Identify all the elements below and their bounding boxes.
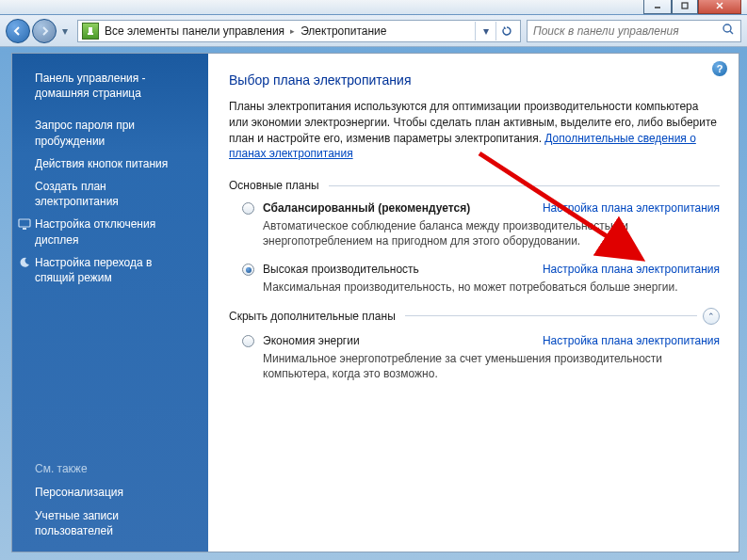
plan-high-performance: Высокая производительность Настройка пла… (263, 263, 720, 295)
plan-name: Высокая производительность (263, 263, 419, 276)
monitor-icon (18, 217, 31, 231)
maximize-button[interactable] (672, 0, 698, 14)
content: ? Выбор плана электропитания Планы элект… (208, 54, 739, 552)
sidebar-bottom: См. также Персонализация Учетные записи … (12, 458, 208, 542)
plan-settings-link[interactable]: Настройка плана электропитания (543, 263, 720, 276)
plan-desc: Автоматическое соблюдение баланса между … (263, 218, 706, 248)
window-controls (643, 0, 741, 14)
plan-radio[interactable] (242, 264, 254, 276)
plan-name: Сбалансированный (рекомендуется) (263, 201, 470, 215)
moon-icon (18, 256, 31, 269)
page-title: Выбор плана электропитания (229, 72, 720, 88)
search-icon (722, 23, 735, 39)
sidebar-link[interactable]: Действия кнопок питания (12, 152, 208, 175)
navbar: ▾ Все элементы панели управления ▸ Элект… (0, 15, 747, 47)
sidebar-link[interactable]: Запрос пароля при пробуждении (12, 114, 208, 152)
page-description: Планы электропитания используются для оп… (229, 99, 720, 162)
plan-settings-link[interactable]: Настройка плана электропитания (543, 201, 720, 215)
history-dropdown[interactable]: ▾ (58, 19, 72, 43)
svg-point-6 (723, 24, 731, 32)
svg-rect-5 (88, 33, 93, 35)
breadcrumb-item[interactable]: Все элементы панели управления (105, 24, 284, 38)
address-bar[interactable]: Все элементы панели управления ▸ Электро… (77, 20, 521, 42)
sidebar-bottom-link[interactable]: Учетные записи пользователей (35, 504, 208, 542)
nav-arrows: ▾ (6, 19, 72, 43)
plan-name: Экономия энергии (263, 334, 360, 347)
power-icon (82, 23, 99, 40)
chevron-right-icon: ▸ (290, 26, 295, 36)
minimize-button[interactable] (643, 0, 672, 14)
svg-rect-4 (89, 27, 92, 33)
sidebar-home-link[interactable]: Панель управления - домашняя страница (12, 67, 208, 114)
help-icon[interactable]: ? (712, 61, 727, 76)
collapse-button[interactable]: ⌃ (703, 308, 720, 325)
svg-line-7 (730, 31, 733, 34)
sidebar-link[interactable]: Настройка отключения дисплея (12, 213, 208, 250)
see-also-heading: См. также (35, 458, 208, 481)
titlebar (0, 0, 747, 15)
plan-desc: Максимальная производительность, но може… (263, 280, 706, 295)
plan-radio[interactable] (242, 202, 254, 215)
sidebar-link[interactable]: Настройка перехода в спящий режим (12, 251, 208, 289)
back-button[interactable] (6, 19, 30, 43)
search-box[interactable] (527, 20, 741, 42)
plan-desc: Минимальное энергопотребление за счет ум… (263, 351, 706, 381)
plan-power-saver: Экономия энергии Настройка плана электро… (263, 334, 720, 381)
svg-rect-8 (19, 219, 30, 227)
plan-balanced: Сбалансированный (рекомендуется) Настрой… (263, 201, 720, 248)
section-main-plans: Основные планы (229, 179, 720, 192)
plan-settings-link[interactable]: Настройка плана электропитания (543, 334, 720, 347)
section-extra-plans: Скрыть дополнительные планы ⌃ (229, 308, 720, 325)
sidebar-bottom-link[interactable]: Персонализация (35, 481, 208, 504)
svg-rect-1 (682, 3, 688, 8)
sidebar-link[interactable]: Создать план электропитания (12, 175, 208, 213)
close-button[interactable] (698, 0, 741, 14)
main-frame: Панель управления - домашняя страница За… (11, 53, 739, 552)
forward-button[interactable] (32, 19, 57, 43)
refresh-button[interactable] (495, 22, 516, 40)
search-input[interactable] (533, 24, 722, 38)
svg-rect-9 (23, 228, 26, 230)
breadcrumb-item[interactable]: Электропитание (300, 24, 386, 38)
plan-radio[interactable] (242, 335, 254, 347)
address-dropdown[interactable]: ▾ (475, 22, 495, 40)
sidebar: Панель управления - домашняя страница За… (12, 54, 208, 552)
